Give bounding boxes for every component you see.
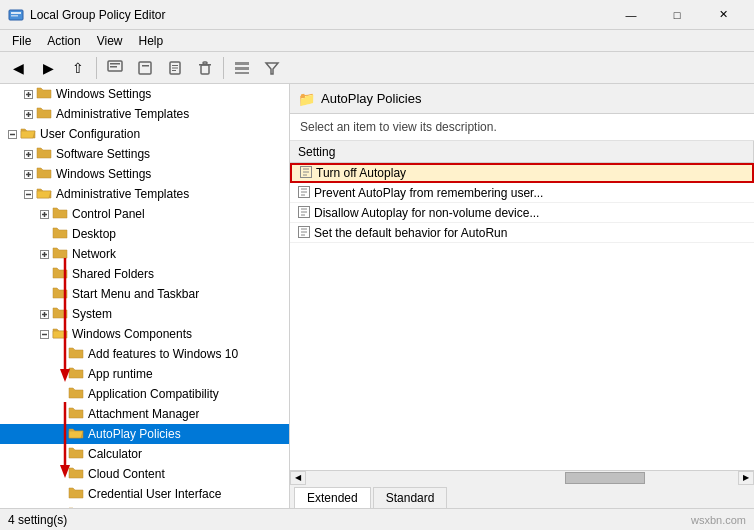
settings-table[interactable]: Setting Turn off AutoplayPrevent AutoPla… (290, 141, 754, 470)
tree-item-label: Add features to Windows 10 (88, 347, 238, 361)
delete-button[interactable] (191, 55, 219, 81)
maximize-button[interactable]: □ (654, 0, 700, 30)
folder-icon (52, 206, 68, 223)
tree-item-label: Credential User Interface (88, 487, 221, 501)
minimize-button[interactable]: — (608, 0, 654, 30)
menu-bar: File Action View Help (0, 30, 754, 52)
folder-icon (68, 446, 84, 463)
back-button[interactable]: ◀ (4, 55, 32, 81)
tree-item[interactable]: Shared Folders (0, 264, 289, 284)
scroll-right-arrow[interactable]: ▶ (738, 471, 754, 485)
svg-rect-14 (203, 62, 207, 64)
settings-cell: Turn off Autoplay (292, 166, 752, 180)
tree-item[interactable]: Administrative Templates (0, 104, 289, 124)
tree-expand-btn[interactable] (36, 246, 52, 262)
tree-pane[interactable]: Windows SettingsAdministrative Templates… (0, 84, 290, 508)
tree-item[interactable]: System (0, 304, 289, 324)
tree-expand-btn[interactable] (20, 186, 36, 202)
tab-standard[interactable]: Standard (373, 487, 448, 508)
tree-expand-btn[interactable] (4, 126, 20, 142)
tree-item[interactable]: Data Collection and Preview Buil... (0, 504, 289, 508)
close-button[interactable]: ✕ (700, 0, 746, 30)
folder-icon (68, 426, 84, 443)
tree-item[interactable]: Network (0, 244, 289, 264)
settings-row-icon (298, 226, 310, 240)
folder-icon (52, 326, 68, 343)
settings-table-header: Setting (290, 141, 754, 163)
folder-icon (52, 246, 68, 263)
svg-rect-16 (235, 67, 249, 70)
tree-item-label: Network (72, 247, 116, 261)
tree-expand-btn[interactable] (36, 326, 52, 342)
horizontal-scrollbar[interactable]: ◀ ▶ (290, 470, 754, 484)
properties-button[interactable] (161, 55, 189, 81)
tree-item[interactable]: Add features to Windows 10 (0, 344, 289, 364)
folder-icon (36, 146, 52, 163)
view-options-button[interactable] (228, 55, 256, 81)
settings-row[interactable]: Set the default behavior for AutoRun (290, 223, 754, 243)
tree-item[interactable]: Software Settings (0, 144, 289, 164)
right-pane-title: AutoPlay Policies (321, 91, 421, 106)
tree-item[interactable]: App runtime (0, 364, 289, 384)
tree-expand-btn[interactable] (36, 306, 52, 322)
filter-button[interactable] (258, 55, 286, 81)
tree-item[interactable]: Desktop (0, 224, 289, 244)
tree-item-label: Control Panel (72, 207, 145, 221)
window-title: Local Group Policy Editor (30, 8, 608, 22)
tree-expand-btn[interactable] (20, 166, 36, 182)
settings-cell: Disallow Autoplay for non-volume device.… (290, 206, 754, 220)
folder-icon (52, 306, 68, 323)
svg-rect-4 (110, 63, 120, 65)
scroll-left-arrow[interactable]: ◀ (290, 471, 306, 485)
tab-bar: Extended Standard (290, 484, 754, 508)
tree-expand-btn[interactable] (20, 86, 36, 102)
tree-expand-btn[interactable] (20, 146, 36, 162)
right-description: Select an item to view its description. (290, 114, 754, 141)
folder-icon (52, 286, 68, 303)
new-window-button[interactable] (131, 55, 159, 81)
tree-item[interactable]: Calculator (0, 444, 289, 464)
status-bar: 4 setting(s) wsxbn.com (0, 508, 754, 530)
tree-item[interactable]: Application Compatibility (0, 384, 289, 404)
settings-row[interactable]: Turn off Autoplay (290, 163, 754, 183)
tree-item-label: Windows Components (72, 327, 192, 341)
tree-item[interactable]: Attachment Manager (0, 404, 289, 424)
show-hide-console-button[interactable] (101, 55, 129, 81)
menu-help[interactable]: Help (131, 32, 172, 50)
tree-item[interactable]: Control Panel (0, 204, 289, 224)
tree-item-label: Start Menu and Taskbar (72, 287, 199, 301)
tree-item[interactable]: User Configuration (0, 124, 289, 144)
tree-item[interactable]: Windows Components (0, 324, 289, 344)
app-icon (8, 7, 24, 23)
forward-button[interactable]: ▶ (34, 55, 62, 81)
settings-row[interactable]: Prevent AutoPlay from remembering user..… (290, 183, 754, 203)
setting-column-header[interactable]: Setting (290, 141, 754, 162)
tree-item-label: App runtime (88, 367, 153, 381)
settings-row[interactable]: Disallow Autoplay for non-volume device.… (290, 203, 754, 223)
tree-item[interactable]: Administrative Templates (0, 184, 289, 204)
folder-icon (52, 226, 68, 243)
tree-item[interactable]: Windows Settings (0, 164, 289, 184)
folder-icon (52, 266, 68, 283)
tree-expand-btn[interactable] (36, 206, 52, 222)
tree-item[interactable]: Cloud Content (0, 464, 289, 484)
tree-item[interactable]: Credential User Interface (0, 484, 289, 504)
tab-extended[interactable]: Extended (294, 487, 371, 508)
menu-file[interactable]: File (4, 32, 39, 50)
title-bar: Local Group Policy Editor — □ ✕ (0, 0, 754, 30)
scrollbar-thumb[interactable] (565, 472, 645, 484)
menu-action[interactable]: Action (39, 32, 88, 50)
menu-view[interactable]: View (89, 32, 131, 50)
settings-label: Set the default behavior for AutoRun (314, 226, 507, 240)
folder-icon (68, 406, 84, 423)
settings-label: Turn off Autoplay (316, 166, 406, 180)
tree-item[interactable]: Windows Settings (0, 84, 289, 104)
tree-item-label: AutoPlay Policies (88, 427, 181, 441)
tree-item[interactable]: AutoPlay Policies (0, 424, 289, 444)
settings-cell: Set the default behavior for AutoRun (290, 226, 754, 240)
tree-item-label: Desktop (72, 227, 116, 241)
up-button[interactable]: ⇧ (64, 55, 92, 81)
scrollbar-track[interactable] (306, 471, 738, 485)
tree-expand-btn[interactable] (20, 106, 36, 122)
tree-item[interactable]: Start Menu and Taskbar (0, 284, 289, 304)
